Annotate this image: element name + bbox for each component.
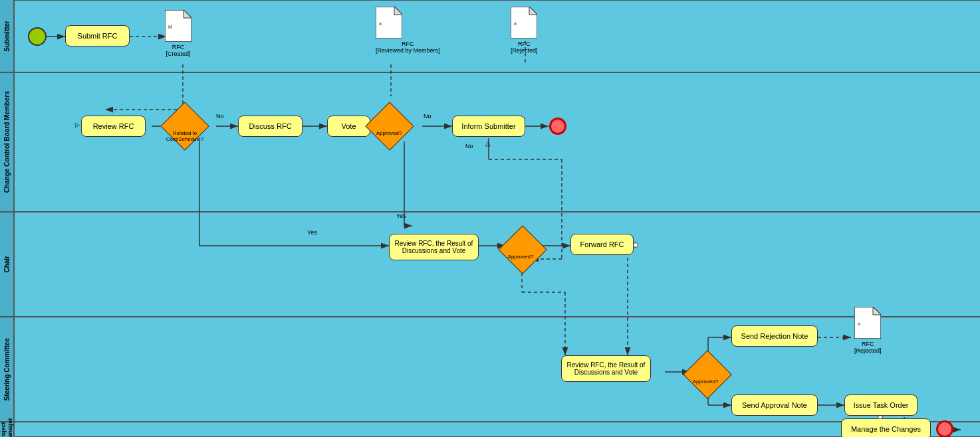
lane-ccb-label: Change Control Board Members bbox=[0, 73, 15, 213]
rfc-rejected-steering-doc: a RFC[Rejected] bbox=[854, 307, 882, 354]
lane-pm-label: Project Manager bbox=[0, 422, 15, 437]
review-discussions-steering-node[interactable]: Review RFC, the Result of Discussions an… bbox=[561, 355, 651, 382]
inform-submitter-node[interactable]: Inform Submitter bbox=[452, 116, 525, 137]
approved3-label: Approved? bbox=[682, 379, 729, 385]
review-discussions-chair-node[interactable]: Review RFC, the Result of Discussions an… bbox=[389, 234, 479, 260]
rfc-rejected-top-doc: a RFC[Rejected] bbox=[511, 7, 538, 54]
manage-changes-node[interactable]: Manage the Changes bbox=[841, 418, 931, 437]
issue-task-node[interactable]: Issue Task Order bbox=[844, 394, 918, 416]
svg-text:a: a bbox=[379, 21, 382, 26]
svg-text:a: a bbox=[514, 21, 517, 26]
svg-marker-44 bbox=[529, 7, 537, 15]
send-approval-node[interactable]: Send Approval Note bbox=[731, 394, 818, 416]
submit-rfc-node[interactable]: Submit RFC bbox=[65, 25, 130, 46]
rfc-reviewed-doc: a RFC[Reviewed by Members] bbox=[376, 7, 440, 54]
lane-steering-bg bbox=[0, 317, 980, 422]
lane-submitter-label: Submitter bbox=[0, 0, 15, 73]
forward-rfc-node[interactable]: Forward RFC bbox=[570, 234, 634, 255]
send-rejection-node[interactable]: Send Rejection Note bbox=[731, 325, 818, 347]
lane-pm-bg bbox=[0, 422, 980, 437]
discuss-rfc-node[interactable]: Discuss RFC bbox=[238, 116, 303, 137]
svg-marker-47 bbox=[873, 307, 881, 315]
start-event bbox=[28, 27, 47, 46]
review-rfc-node[interactable]: Review RFC bbox=[81, 116, 146, 137]
svg-marker-38 bbox=[184, 10, 191, 18]
lane-steering-label: Steering Committee bbox=[0, 317, 15, 422]
svg-text:a: a bbox=[858, 321, 860, 326]
lane-chair-label: Chair bbox=[0, 213, 15, 317]
rfc-created-doc: M RFC[Created] bbox=[165, 10, 191, 57]
diagram-container: Submitter Change Control Board Members C… bbox=[0, 0, 980, 437]
svg-marker-41 bbox=[394, 7, 402, 15]
vote-node[interactable]: Vote bbox=[327, 116, 370, 137]
related-cost-label: Related to Cost/Schedule? bbox=[158, 130, 211, 142]
approved2-label: Approved? bbox=[497, 254, 544, 260]
approved1-label: Approved? bbox=[366, 130, 412, 136]
end-ccb bbox=[549, 118, 566, 135]
lane-chair-bg bbox=[0, 213, 980, 317]
svg-text:M: M bbox=[168, 25, 172, 29]
end-pm bbox=[936, 420, 953, 437]
lane-submitter-bg bbox=[0, 0, 980, 73]
